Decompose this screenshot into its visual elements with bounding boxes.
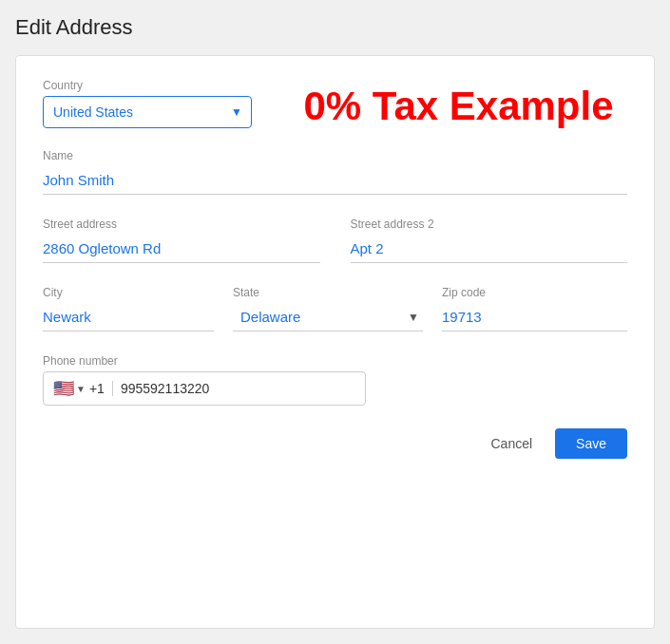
street-address-2-label: Street address 2 [351, 218, 628, 231]
street-address-2-group: Street address 2 Apt 2 [351, 218, 628, 263]
city-state-zip-row: City Newark State AlabamaAlaskaArizonaAr… [43, 286, 627, 331]
tax-example-text: 0% Tax Example [290, 79, 627, 130]
edit-address-card: Country United States Canada United King… [15, 55, 655, 629]
country-label: Country [43, 79, 290, 92]
zip-label: Zip code [442, 286, 627, 299]
page-title: Edit Address [15, 15, 655, 40]
street-address-group: Street address 2860 Ogletown Rd [43, 218, 320, 263]
phone-block: Phone number 🇺🇸 ▼ +1 [43, 354, 627, 406]
name-label: Name [43, 149, 627, 162]
city-group: City Newark [43, 286, 214, 331]
cancel-button[interactable]: Cancel [479, 428, 544, 459]
country-select[interactable]: United States Canada United Kingdom Aust… [43, 96, 252, 128]
footer-buttons: Cancel Save [43, 428, 627, 459]
phone-label: Phone number [43, 354, 627, 368]
name-value: John Smith [43, 166, 627, 195]
flag-select[interactable]: 🇺🇸 ▼ [53, 378, 86, 399]
zip-group: Zip code 19713 [442, 286, 627, 331]
city-label: City [43, 286, 214, 299]
name-group: Name John Smith [43, 149, 627, 195]
save-button[interactable]: Save [555, 428, 627, 459]
street-address-value: 2860 Ogletown Rd [43, 235, 320, 263]
state-label: State [233, 286, 423, 299]
city-value: Newark [43, 303, 214, 331]
state-group: State AlabamaAlaskaArizonaArkansas Calif… [233, 286, 423, 331]
phone-input-wrapper: 🇺🇸 ▼ +1 [43, 371, 366, 406]
phone-number-input[interactable] [121, 381, 355, 396]
street-row: Street address 2860 Ogletown Rd Street a… [43, 218, 627, 263]
street-address-2-value: Apt 2 [351, 235, 628, 263]
state-select-wrapper: AlabamaAlaskaArizonaArkansas CaliforniaC… [233, 303, 423, 331]
flag-chevron-icon: ▼ [76, 384, 86, 394]
state-select[interactable]: AlabamaAlaskaArizonaArkansas CaliforniaC… [233, 303, 423, 331]
top-row: Country United States Canada United King… [43, 79, 627, 130]
zip-value: 19713 [442, 303, 627, 331]
country-code: +1 [89, 381, 113, 396]
street-address-label: Street address [43, 218, 320, 231]
us-flag-icon: 🇺🇸 [53, 378, 74, 399]
country-select-wrapper: United States Canada United Kingdom Aust… [43, 96, 252, 128]
country-block: Country United States Canada United King… [43, 79, 290, 128]
